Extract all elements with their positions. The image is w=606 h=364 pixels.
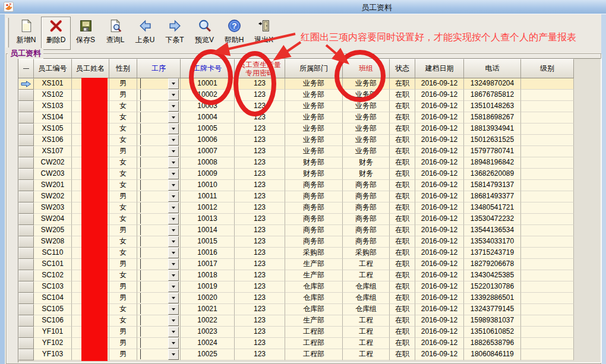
cell-level[interactable] bbox=[521, 157, 574, 169]
row-selector[interactable] bbox=[18, 90, 34, 101]
cell-card-no[interactable]: 10001 bbox=[181, 78, 235, 90]
cell-department[interactable]: 业务部 bbox=[285, 146, 343, 157]
cell-gender[interactable]: 男 bbox=[109, 78, 137, 90]
dropdown-button[interactable] bbox=[168, 327, 179, 337]
cell-level[interactable] bbox=[521, 225, 574, 236]
row-selector[interactable] bbox=[18, 304, 34, 315]
cell-process[interactable] bbox=[137, 259, 181, 270]
cell-process[interactable] bbox=[137, 112, 181, 124]
cell-department[interactable]: 业务部 bbox=[285, 112, 343, 124]
cell-phone[interactable]: 18060846119 bbox=[464, 349, 521, 360]
col-header-phone[interactable]: 电话 bbox=[464, 59, 521, 78]
dropdown-button[interactable] bbox=[168, 259, 179, 270]
cell-team[interactable]: 业务部 bbox=[343, 78, 390, 90]
delete-button[interactable]: 删除D bbox=[41, 17, 71, 50]
dropdown-button[interactable] bbox=[168, 90, 179, 100]
cell-phone[interactable]: 18813934941 bbox=[464, 124, 521, 135]
cell-department[interactable]: 生产部 bbox=[285, 315, 343, 327]
cell-level[interactable] bbox=[521, 191, 574, 202]
cell-password[interactable]: 123 bbox=[235, 293, 285, 304]
cell-gender[interactable]: 女 bbox=[109, 112, 137, 124]
row-selector[interactable] bbox=[18, 191, 34, 202]
cell-gender[interactable]: 女 bbox=[109, 248, 137, 259]
col-header-created[interactable]: 建档日期 bbox=[415, 59, 464, 78]
dropdown-button[interactable] bbox=[168, 225, 179, 236]
dropdown-button[interactable] bbox=[168, 180, 179, 191]
cell-status[interactable]: 在职 bbox=[390, 90, 415, 101]
col-header-status[interactable]: 状态 bbox=[390, 59, 415, 78]
cell-emp-id[interactable]: SC110 bbox=[34, 248, 72, 259]
cell-password[interactable]: 123 bbox=[235, 248, 285, 259]
cell-password[interactable]: 123 bbox=[235, 157, 285, 169]
cell-created-date[interactable]: 2016-09-12 bbox=[415, 90, 464, 101]
cell-process[interactable] bbox=[137, 225, 181, 236]
cell-department[interactable]: 业务部 bbox=[285, 90, 343, 101]
cell-process[interactable] bbox=[137, 146, 181, 157]
dropdown-button[interactable] bbox=[168, 157, 179, 168]
dropdown-button[interactable] bbox=[168, 78, 179, 89]
cell-gender[interactable]: 女 bbox=[109, 315, 137, 327]
cell-emp-id[interactable]: XS102 bbox=[34, 90, 72, 101]
cell-emp-id[interactable]: YF102 bbox=[34, 338, 72, 349]
cell-status[interactable]: 在职 bbox=[390, 270, 415, 281]
cell-level[interactable] bbox=[521, 259, 574, 270]
cell-department[interactable]: 业务部 bbox=[285, 135, 343, 146]
cell-department[interactable]: 财务部 bbox=[285, 157, 343, 169]
cell-status[interactable]: 在职 bbox=[390, 293, 415, 304]
cell-process[interactable] bbox=[137, 304, 181, 315]
cell-process[interactable] bbox=[137, 191, 181, 202]
cell-password[interactable]: 123 bbox=[235, 90, 285, 101]
preview-button[interactable]: 预览V bbox=[190, 17, 219, 50]
cell-team[interactable]: 财务 bbox=[343, 169, 390, 180]
cell-emp-id[interactable]: SC103 bbox=[34, 281, 72, 293]
cell-level[interactable] bbox=[521, 214, 574, 225]
row-selector[interactable] bbox=[18, 270, 34, 281]
cell-password[interactable]: 123 bbox=[235, 202, 285, 214]
cell-password[interactable]: 123 bbox=[235, 315, 285, 327]
process-combobox[interactable] bbox=[140, 191, 179, 201]
row-selector[interactable] bbox=[18, 214, 34, 225]
cell-card-no[interactable]: 10021 bbox=[181, 304, 235, 315]
cell-gender[interactable]: 男 bbox=[109, 90, 137, 101]
process-combobox[interactable] bbox=[140, 304, 179, 314]
cell-team[interactable]: 业务部 bbox=[343, 90, 390, 101]
cell-gender[interactable]: 女 bbox=[109, 169, 137, 180]
cell-phone[interactable]: 13243779145 bbox=[464, 304, 521, 315]
cell-status[interactable]: 在职 bbox=[390, 214, 415, 225]
process-combobox[interactable] bbox=[140, 349, 179, 359]
cell-process[interactable] bbox=[137, 270, 181, 281]
cell-status[interactable]: 在职 bbox=[390, 327, 415, 338]
cell-process[interactable] bbox=[137, 236, 181, 248]
dropdown-button[interactable] bbox=[168, 169, 179, 179]
cell-gender[interactable]: 女 bbox=[109, 124, 137, 135]
cell-emp-id[interactable]: YF103 bbox=[34, 349, 72, 360]
process-combobox[interactable] bbox=[140, 146, 179, 156]
cell-department[interactable]: 业务部 bbox=[285, 101, 343, 112]
cell-phone[interactable]: 15797780741 bbox=[464, 146, 521, 157]
cell-created-date[interactable]: 2016-09-12 bbox=[415, 135, 464, 146]
dropdown-button[interactable] bbox=[168, 146, 179, 157]
process-combobox[interactable] bbox=[140, 259, 179, 269]
cell-gender[interactable]: 男 bbox=[109, 327, 137, 338]
process-combobox[interactable] bbox=[140, 112, 179, 122]
cell-created-date[interactable]: 2016-09-12 bbox=[415, 315, 464, 327]
process-combobox[interactable] bbox=[140, 281, 179, 292]
cell-team[interactable]: 工程 bbox=[343, 327, 390, 338]
dropdown-button[interactable] bbox=[168, 349, 179, 360]
cell-team[interactable]: 商务部 bbox=[343, 214, 390, 225]
cell-created-date[interactable]: 2016-09-12 bbox=[415, 78, 464, 90]
cell-created-date[interactable]: 2016-09-12 bbox=[415, 124, 464, 135]
process-combobox[interactable] bbox=[140, 90, 179, 100]
row-selector[interactable] bbox=[18, 112, 34, 124]
row-selector[interactable] bbox=[18, 338, 34, 349]
cell-department[interactable]: 商务部 bbox=[285, 236, 343, 248]
cell-process[interactable] bbox=[137, 293, 181, 304]
cell-status[interactable]: 在职 bbox=[390, 112, 415, 124]
cell-password[interactable]: 123 bbox=[235, 270, 285, 281]
cell-level[interactable] bbox=[521, 293, 574, 304]
cell-process[interactable] bbox=[137, 124, 181, 135]
cell-created-date[interactable]: 2016-09-12 bbox=[415, 101, 464, 112]
cell-phone[interactable]: 13530472232 bbox=[464, 214, 521, 225]
cell-process[interactable] bbox=[137, 214, 181, 225]
cell-status[interactable]: 在职 bbox=[390, 180, 415, 191]
